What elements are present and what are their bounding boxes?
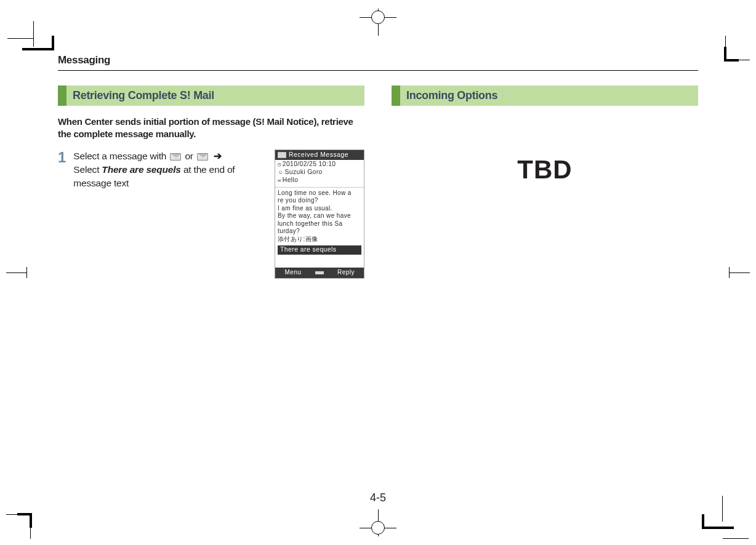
registration-mark-bottom xyxy=(360,509,396,545)
crop-mark-bottom-left xyxy=(6,490,55,539)
phone-separator xyxy=(275,187,364,188)
crop-mark-bottom-right xyxy=(699,490,749,539)
tbd-placeholder: TBD xyxy=(392,155,698,185)
step-body: Select a message with or ➔ Select There … xyxy=(73,149,266,279)
phone-line3: I am fine as usual. xyxy=(278,205,332,212)
message-icon xyxy=(278,152,286,158)
phone-line5: lunch together this Sa xyxy=(278,220,343,227)
phone-title: Received Message xyxy=(289,151,348,159)
section-heading-right: Incoming Options xyxy=(392,86,698,106)
phone-meta: 2010/02/25 10:10 Suzuki Goro Hello xyxy=(275,160,364,185)
phone-line6: turday? xyxy=(278,228,300,234)
softkey-select xyxy=(311,268,328,278)
envelope-open-icon xyxy=(197,153,208,161)
phone-line4: By the way, can we have xyxy=(278,212,351,219)
phone-body: Long time no see. How a re you doing? I … xyxy=(275,189,364,244)
intro-text: When Center sends initial portion of mes… xyxy=(58,116,364,141)
softkey-left: Menu xyxy=(275,268,311,278)
section-accent xyxy=(58,86,66,106)
phone-subject: Hello xyxy=(278,177,361,185)
section-accent xyxy=(392,86,400,106)
step-sequels-phrase: There are sequels xyxy=(102,164,180,175)
right-column: Incoming Options TBD xyxy=(392,86,698,279)
section-heading-left: Retrieving Complete S! Mail xyxy=(58,86,364,106)
section-title-right: Incoming Options xyxy=(400,86,698,106)
envelope-icon xyxy=(170,153,181,161)
phone-softkeys: Menu Reply xyxy=(275,268,364,278)
phone-line2: re you doing? xyxy=(278,197,318,204)
phone-titlebar: Received Message xyxy=(275,150,364,161)
half-mark-left xyxy=(6,272,27,273)
registration-mark-top xyxy=(360,0,396,36)
left-column: Retrieving Complete S! Mail When Center … xyxy=(58,86,364,279)
step-text-or: or xyxy=(182,151,196,161)
phone-line1: Long time no see. How a xyxy=(278,189,352,196)
section-title-left: Retrieving Complete S! Mail xyxy=(66,86,364,106)
step-1-text: 1 Select a message with or ➔ Select Ther… xyxy=(58,149,266,279)
phone-screenshot: Received Message 2010/02/25 10:10 Suzuki… xyxy=(275,149,364,279)
two-column-layout: Retrieving Complete S! Mail When Center … xyxy=(58,86,698,279)
chapter-title: Messaging xyxy=(58,54,698,66)
phone-timestamp: 2010/02/25 10:10 xyxy=(278,161,361,169)
header-rule xyxy=(58,70,698,71)
arrow-icon: ➔ xyxy=(214,151,222,161)
step-number: 1 xyxy=(58,150,66,279)
phone-from: Suzuki Goro xyxy=(278,169,361,177)
phone-sequels-bar: There are sequels xyxy=(278,245,361,255)
step-text-part1: Select a message with xyxy=(73,151,169,161)
phone-line7: 添付あり:画像 xyxy=(278,236,318,242)
page-number: 4-5 xyxy=(370,491,386,504)
crop-mark-top-left xyxy=(7,38,57,63)
page-content: Messaging Retrieving Complete S! Mail Wh… xyxy=(58,54,698,507)
half-mark-right xyxy=(729,272,750,273)
step-1-row: 1 Select a message with or ➔ Select Ther… xyxy=(58,149,364,279)
softkey-right: Reply xyxy=(328,268,364,278)
step-text-part2a: Select xyxy=(73,164,102,175)
crop-mark-top-right xyxy=(707,36,750,79)
